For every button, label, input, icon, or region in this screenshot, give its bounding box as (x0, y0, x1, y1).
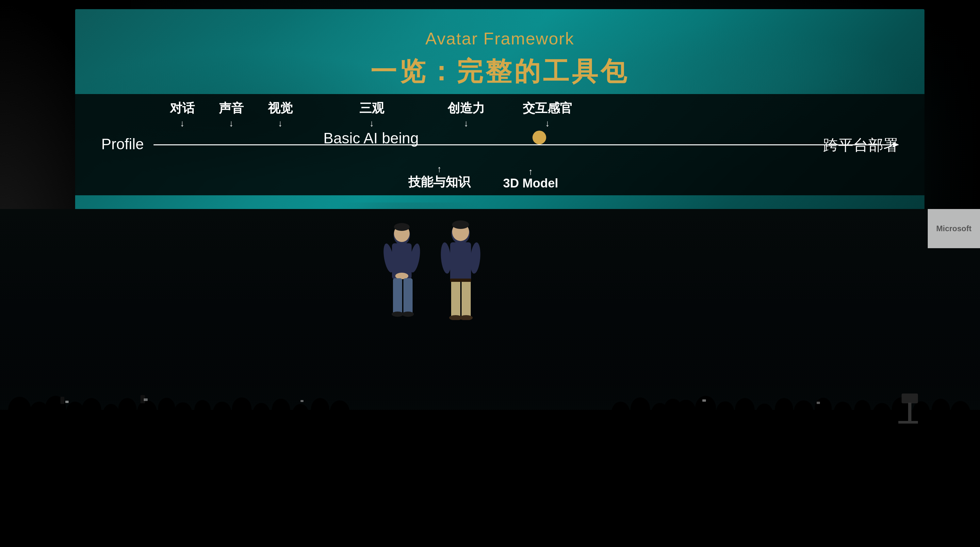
label-worldview: 三观 ↓ (360, 100, 384, 129)
svg-point-27 (82, 398, 101, 421)
label-sound-text: 声音 (219, 100, 244, 116)
label-sound: 声音 ↓ (219, 100, 244, 129)
framework-diagram: 对话 ↓ 声音 ↓ 视觉 ↓ 三观 ↓ 创造力 ↓ (101, 97, 898, 193)
svg-point-31 (158, 398, 175, 419)
svg-point-46 (873, 403, 891, 425)
title-english: Avatar Framework (75, 29, 924, 48)
scene: Avatar Framework 一览：完整的工具包 对话 ↓ 声音 ↓ 视觉 … (0, 0, 980, 547)
svg-point-53 (253, 403, 270, 423)
label-creativity-text: 创造力 (447, 100, 485, 116)
svg-point-49 (932, 399, 950, 421)
svg-rect-63 (144, 398, 148, 401)
svg-point-61 (664, 399, 682, 421)
svg-rect-65 (817, 402, 820, 404)
projection-screen: Avatar Framework 一览：完整的工具包 对话 ↓ 声音 ↓ 视觉 … (75, 9, 924, 225)
svg-point-48 (913, 401, 930, 422)
svg-point-40 (756, 404, 773, 424)
svg-rect-34 (60, 397, 64, 404)
label-interaction: 交互感官 ↓ (523, 100, 572, 129)
cross-platform-label: 跨平台部署 (823, 135, 898, 156)
label-creativity-arrow: ↓ (464, 118, 468, 129)
svg-rect-5 (393, 278, 402, 314)
svg-point-45 (854, 400, 870, 420)
svg-point-51 (213, 402, 231, 423)
svg-point-26 (66, 402, 84, 423)
svg-point-10 (394, 223, 410, 231)
basic-ai-label: Basic AI being (323, 129, 419, 147)
label-creativity: 创造力 ↓ (447, 100, 485, 129)
svg-point-44 (834, 402, 852, 423)
svg-rect-66 (301, 400, 304, 402)
diagram-line (101, 144, 898, 145)
label-vision-arrow: ↓ (278, 118, 283, 129)
label-dialog-text: 对话 (170, 100, 195, 116)
label-dialog-arrow: ↓ (180, 118, 185, 129)
svg-rect-12 (450, 242, 471, 281)
label-worldview-arrow: ↓ (369, 118, 374, 129)
svg-point-28 (103, 404, 119, 423)
audience-svg (0, 377, 980, 547)
svg-point-50 (951, 401, 970, 424)
svg-rect-17 (450, 278, 471, 282)
svg-rect-15 (451, 280, 460, 318)
svg-rect-67 (902, 394, 918, 403)
svg-point-23 (8, 397, 31, 423)
label-vision-text: 视觉 (268, 100, 293, 116)
label-skills-arrow: ↑ (437, 165, 442, 174)
label-3d-model-arrow: ↑ (528, 167, 533, 177)
screen-title-area: Avatar Framework 一览：完整的工具包 (75, 29, 924, 89)
label-skills: ↑ 技能与知识 (408, 165, 470, 191)
svg-point-55 (293, 404, 309, 423)
svg-point-29 (118, 398, 137, 420)
label-interaction-arrow: ↓ (545, 118, 550, 129)
svg-rect-68 (908, 403, 912, 422)
svg-point-21 (452, 220, 469, 229)
stage-area: Microsoft (0, 209, 980, 547)
label-3d-model-text: 3D Model (503, 177, 558, 191)
svg-rect-6 (403, 278, 412, 314)
svg-point-7 (392, 312, 403, 317)
speakers-svg (360, 216, 523, 320)
svg-point-32 (174, 402, 192, 424)
svg-rect-22 (0, 410, 980, 547)
label-vision: 视觉 ↓ (268, 100, 293, 129)
svg-point-30 (137, 401, 157, 423)
svg-point-19 (460, 315, 473, 320)
svg-point-43 (815, 398, 832, 419)
label-sound-arrow: ↓ (229, 118, 234, 129)
label-interaction-text: 交互感官 (523, 100, 572, 116)
svg-point-59 (630, 398, 650, 421)
label-skills-text: 技能与知识 (408, 174, 470, 191)
svg-point-54 (272, 399, 290, 421)
svg-point-39 (735, 398, 755, 421)
label-3d-model: ↑ 3D Model (503, 167, 558, 191)
svg-rect-64 (702, 399, 706, 402)
svg-point-42 (794, 401, 813, 423)
gold-circle (533, 130, 546, 144)
label-dialog: 对话 ↓ (170, 100, 195, 129)
svg-point-58 (611, 402, 630, 423)
svg-point-52 (232, 398, 251, 421)
svg-point-8 (402, 312, 414, 317)
microsoft-sign: Microsoft (928, 209, 980, 248)
title-chinese: 一览：完整的工具包 (75, 54, 924, 89)
svg-point-56 (311, 398, 329, 420)
svg-point-38 (716, 401, 734, 423)
label-worldview-text: 三观 (360, 100, 384, 116)
svg-rect-16 (461, 280, 471, 318)
svg-rect-62 (65, 401, 68, 403)
svg-point-33 (194, 400, 211, 420)
h-line (154, 144, 898, 145)
svg-point-57 (330, 401, 350, 423)
svg-point-41 (775, 398, 793, 420)
